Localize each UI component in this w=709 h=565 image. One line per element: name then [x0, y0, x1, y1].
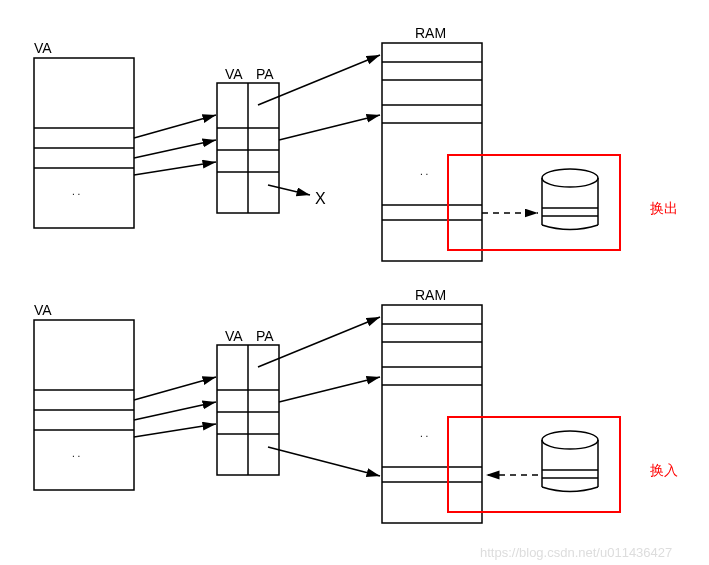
svg-line-45 [279, 377, 380, 402]
va-label-bottom: VA [34, 302, 52, 318]
x-label: X [315, 190, 326, 208]
svg-line-43 [134, 424, 216, 437]
svg-text:. .: . . [72, 448, 80, 459]
watermark: https://blog.csdn.net/u011436427 [480, 545, 672, 560]
swap-out-label: 换出 [650, 200, 678, 218]
va-box-top [34, 58, 134, 228]
diagram-svg: . . . . . . . . [0, 0, 709, 565]
svg-line-41 [134, 377, 216, 400]
ram-box-bottom [382, 305, 482, 523]
svg-line-44 [258, 317, 380, 367]
table-va-label-bottom: VA [225, 328, 243, 344]
svg-line-20 [268, 185, 310, 195]
ram-box-top [382, 43, 482, 261]
table-va-label-top: VA [225, 66, 243, 82]
svg-line-16 [134, 140, 216, 158]
svg-text:. .: . . [420, 428, 428, 439]
disk-bottom [542, 431, 598, 449]
swap-in-box [448, 417, 620, 512]
swap-in-label: 换入 [650, 462, 678, 480]
svg-text:. .: . . [420, 166, 428, 177]
svg-line-42 [134, 402, 216, 420]
svg-line-15 [134, 115, 216, 138]
swap-out-box [448, 155, 620, 250]
svg-line-19 [279, 115, 380, 140]
svg-text:. .: . . [72, 186, 80, 197]
svg-line-17 [134, 162, 216, 175]
va-box-bottom [34, 320, 134, 490]
ram-label-top: RAM [415, 25, 446, 41]
svg-line-18 [258, 55, 380, 105]
svg-line-46 [268, 447, 380, 476]
table-pa-label-bottom: PA [256, 328, 274, 344]
disk-top [542, 169, 598, 187]
table-pa-label-top: PA [256, 66, 274, 82]
va-label-top: VA [34, 40, 52, 56]
ram-label-bottom: RAM [415, 287, 446, 303]
